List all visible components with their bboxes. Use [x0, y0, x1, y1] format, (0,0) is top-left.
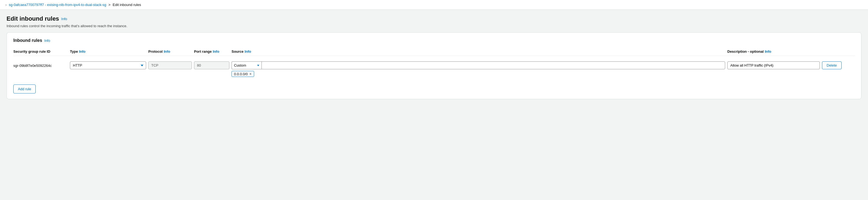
- source-search-wrapper: 🔍: [261, 61, 725, 69]
- col-description: Description - optional Info: [727, 49, 820, 54]
- source-tag-close[interactable]: ×: [249, 72, 252, 76]
- source-type-wrapper: Custom Anywhere-IPv4 Anywhere-IPv6 My IP: [231, 61, 261, 69]
- breadcrumb: › sg-0afcaea7700797ff7 - exising-nlb-fro…: [0, 0, 868, 10]
- col-protocol: Protocol Info: [148, 49, 192, 54]
- col-source: Source Info: [231, 49, 725, 54]
- source-info-link[interactable]: Info: [245, 49, 251, 54]
- type-select-wrapper: HTTP HTTPS SSH Custom TCP: [70, 61, 146, 69]
- breadcrumb-chevron: ›: [5, 3, 6, 7]
- port-range-cell: [194, 61, 229, 69]
- col-security-group-rule-id: Security group rule ID: [13, 49, 68, 54]
- protocol-input: [148, 61, 192, 69]
- col-port-range: Port range Info: [194, 49, 229, 54]
- page-title-row: Edit inbound rules Info: [6, 15, 862, 22]
- table-row: sgr-09b8f7e0e5092264c HTTP HTTPS SSH Cus…: [13, 59, 855, 79]
- table-header: Security group rule ID Type Info Protoco…: [13, 47, 855, 56]
- breadcrumb-current: Edit inbound rules: [113, 3, 141, 7]
- col-actions: [822, 49, 855, 54]
- rule-id-cell: sgr-09b8f7e0e5092264c: [13, 61, 68, 68]
- main-content: Edit inbound rules Info Inbound rules co…: [0, 10, 868, 105]
- source-tags-row: 0.0.0.0/0 ×: [231, 71, 725, 77]
- type-cell: HTTP HTTPS SSH Custom TCP: [70, 61, 146, 69]
- card-title: Inbound rules: [13, 38, 42, 43]
- description-info-link[interactable]: Info: [765, 49, 771, 54]
- source-tag: 0.0.0.0/0 ×: [231, 71, 254, 77]
- col-type: Type Info: [70, 49, 146, 54]
- description-input[interactable]: [727, 61, 820, 69]
- delete-button[interactable]: Delete: [822, 61, 842, 69]
- card-header: Inbound rules Info: [13, 38, 855, 43]
- protocol-info-link[interactable]: Info: [164, 49, 170, 54]
- source-combined: Custom Anywhere-IPv4 Anywhere-IPv6 My IP…: [231, 61, 725, 69]
- page-description: Inbound rules control the incoming traff…: [6, 24, 862, 28]
- description-cell: [727, 61, 820, 69]
- card-info-link[interactable]: Info: [44, 39, 50, 43]
- port-range-input: [194, 61, 229, 69]
- inbound-rules-card: Inbound rules Info Security group rule I…: [6, 32, 862, 99]
- page-info-link[interactable]: Info: [61, 17, 67, 21]
- add-rule-button[interactable]: Add rule: [13, 85, 36, 94]
- breadcrumb-separator: >: [108, 3, 111, 7]
- source-type-select[interactable]: Custom Anywhere-IPv4 Anywhere-IPv6 My IP: [231, 61, 261, 69]
- type-info-link[interactable]: Info: [79, 49, 86, 54]
- breadcrumb-link[interactable]: sg-0afcaea7700797ff7 - exising-nlb-from-…: [9, 3, 106, 7]
- port-range-info-link[interactable]: Info: [213, 49, 219, 54]
- type-select[interactable]: HTTP HTTPS SSH Custom TCP: [70, 61, 146, 69]
- source-search-input[interactable]: [261, 61, 725, 69]
- page-title: Edit inbound rules: [6, 15, 59, 22]
- add-rule-row: Add rule: [13, 79, 855, 94]
- protocol-cell: [148, 61, 192, 69]
- delete-cell: Delete: [822, 61, 855, 69]
- source-cell: Custom Anywhere-IPv4 Anywhere-IPv6 My IP…: [231, 61, 725, 77]
